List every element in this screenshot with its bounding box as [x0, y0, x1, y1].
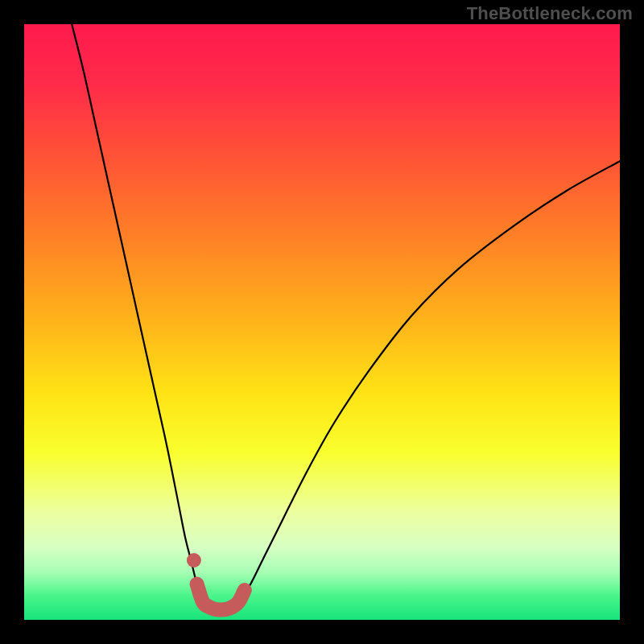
plot-area: [24, 24, 620, 620]
gradient-background: [24, 24, 620, 620]
highlight-dot: [187, 553, 201, 568]
chart-svg: [24, 24, 620, 620]
watermark-text: TheBottleneck.com: [467, 3, 633, 24]
outer-frame: TheBottleneck.com: [0, 0, 644, 644]
